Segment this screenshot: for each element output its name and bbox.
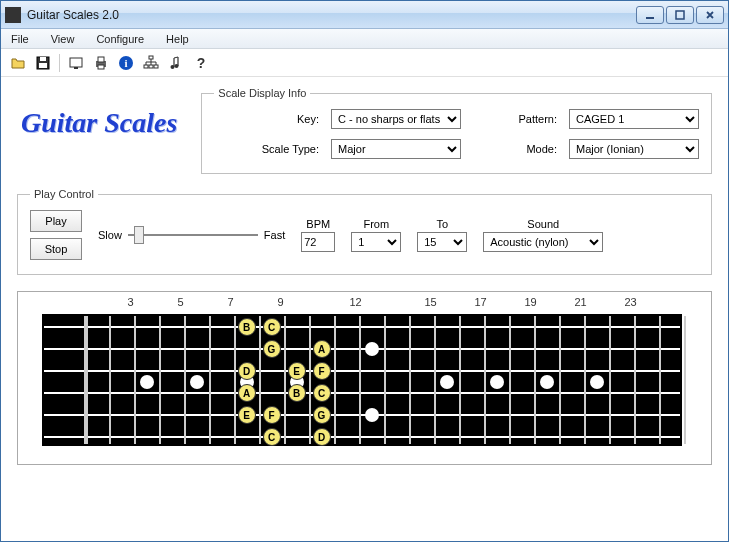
scale-note: B	[238, 318, 256, 336]
maximize-button[interactable]	[666, 6, 694, 24]
fast-label: Fast	[264, 229, 285, 241]
bpm-label: BPM	[306, 218, 330, 230]
svg-rect-14	[149, 65, 153, 68]
pattern-label: Pattern:	[471, 113, 559, 125]
brand-title: Guitar Scales	[17, 87, 181, 139]
minimize-button[interactable]	[636, 6, 664, 24]
scale-display-info: Scale Display Info Key: C - no sharps or…	[201, 87, 712, 174]
menu-configure[interactable]: Configure	[92, 31, 148, 47]
scale-note: C	[263, 428, 281, 446]
svg-rect-4	[40, 57, 46, 61]
mode-label: Mode:	[471, 143, 559, 155]
scale-note: E	[288, 362, 306, 380]
svg-rect-3	[39, 63, 47, 68]
stop-button[interactable]: Stop	[30, 238, 82, 260]
scale-note: D	[313, 428, 331, 446]
svg-rect-0	[646, 17, 654, 19]
svg-rect-6	[74, 67, 78, 69]
sound-label: Sound	[527, 218, 559, 230]
scale-note: D	[238, 362, 256, 380]
scale-note: F	[263, 406, 281, 424]
scale-note: C	[313, 384, 331, 402]
from-select[interactable]: 1	[351, 232, 401, 252]
scaletype-select[interactable]: Major	[331, 139, 461, 159]
svg-rect-8	[98, 57, 104, 62]
svg-text:?: ?	[197, 55, 206, 71]
svg-rect-1	[676, 11, 684, 19]
svg-point-17	[175, 64, 179, 68]
svg-rect-13	[144, 65, 148, 68]
from-label: From	[363, 218, 389, 230]
play-button[interactable]: Play	[30, 210, 82, 232]
menu-help[interactable]: Help	[162, 31, 193, 47]
svg-rect-15	[154, 65, 158, 68]
print-icon[interactable]	[92, 54, 110, 72]
content-area: Guitar Scales Scale Display Info Key: C …	[1, 77, 728, 475]
save-icon[interactable]	[34, 54, 52, 72]
window-buttons	[636, 6, 724, 24]
scale-note: G	[313, 406, 331, 424]
app-icon	[5, 7, 21, 23]
bpm-input[interactable]	[301, 232, 335, 252]
screen-icon[interactable]	[67, 54, 85, 72]
info-icon[interactable]: i	[117, 54, 135, 72]
pattern-select[interactable]: CAGED 1	[569, 109, 699, 129]
key-select[interactable]: C - no sharps or flats	[331, 109, 461, 129]
key-label: Key:	[214, 113, 321, 125]
help-icon[interactable]: ?	[192, 54, 210, 72]
play-control: Play Control Play Stop Slow Fast BPM	[17, 188, 712, 275]
scale-note: C	[263, 318, 281, 336]
mode-select[interactable]: Major (Ionian)	[569, 139, 699, 159]
scale-note: G	[263, 340, 281, 358]
fretboard-container: 3579121517192123 BCGADEFABCEFGCD	[17, 291, 712, 465]
tempo-slider[interactable]	[128, 225, 258, 245]
svg-text:i: i	[124, 57, 127, 69]
music-icon[interactable]	[167, 54, 185, 72]
to-label: To	[436, 218, 448, 230]
close-button[interactable]	[696, 6, 724, 24]
menubar: File View Configure Help	[1, 29, 728, 49]
scale-note: E	[238, 406, 256, 424]
svg-point-16	[171, 65, 175, 69]
scale-note: A	[313, 340, 331, 358]
hierarchy-icon[interactable]	[142, 54, 160, 72]
scale-note: A	[238, 384, 256, 402]
svg-rect-12	[149, 56, 153, 59]
to-select[interactable]: 15	[417, 232, 467, 252]
window-title: Guitar Scales 2.0	[27, 8, 636, 22]
titlebar: Guitar Scales 2.0	[1, 1, 728, 29]
scale-note: F	[313, 362, 331, 380]
play-control-legend: Play Control	[30, 188, 98, 200]
fretboard: BCGADEFABCEFGCD	[42, 314, 682, 446]
scale-note: B	[288, 384, 306, 402]
scale-info-legend: Scale Display Info	[214, 87, 310, 99]
separator	[59, 54, 60, 72]
menu-file[interactable]: File	[7, 31, 33, 47]
slow-label: Slow	[98, 229, 122, 241]
svg-rect-5	[70, 58, 82, 67]
menu-view[interactable]: View	[47, 31, 79, 47]
svg-rect-9	[98, 65, 104, 69]
open-icon[interactable]	[9, 54, 27, 72]
toolbar: i ?	[1, 49, 728, 77]
scaletype-label: Scale Type:	[214, 143, 321, 155]
app-window: Guitar Scales 2.0 File View Configure He…	[0, 0, 729, 542]
fret-number-row: 3579121517192123	[28, 296, 701, 310]
sound-select[interactable]: Acoustic (nylon)	[483, 232, 603, 252]
